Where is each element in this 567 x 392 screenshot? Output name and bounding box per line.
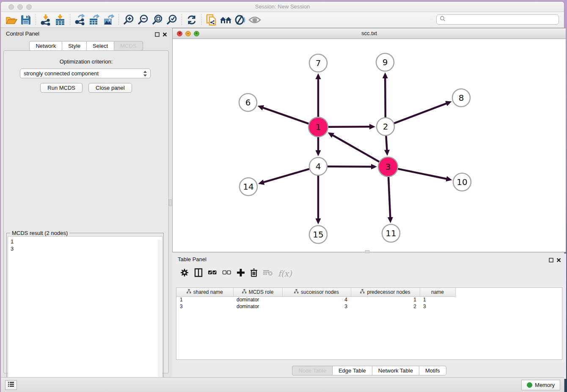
table-cell[interactable]: 3 xyxy=(420,303,455,310)
table-row[interactable]: 1dominator411 xyxy=(176,296,455,303)
graph-node-1[interactable]: 1 xyxy=(308,117,328,137)
graph-edge[interactable] xyxy=(262,108,308,124)
table-row[interactable]: 3dominator323 xyxy=(176,303,455,310)
graph-node-15[interactable]: 15 xyxy=(309,226,327,243)
table-cell[interactable]: dominator xyxy=(233,303,282,310)
clone-network-icon[interactable] xyxy=(204,14,219,26)
reset-view-icon[interactable] xyxy=(219,14,233,26)
show-details-eye-icon[interactable] xyxy=(248,14,262,26)
deselect-all-icon[interactable] xyxy=(222,270,231,277)
table-cell[interactable]: 4 xyxy=(282,296,351,303)
frame-resize-handle[interactable] xyxy=(365,250,369,253)
split-panel-icon[interactable] xyxy=(194,268,203,279)
graph-edge[interactable] xyxy=(263,169,309,182)
save-session-icon[interactable] xyxy=(19,14,33,26)
network-canvas[interactable]: 7968124314101511 xyxy=(173,39,566,252)
export-table-icon[interactable] xyxy=(87,14,102,26)
table-cell[interactable]: 1 xyxy=(176,296,233,303)
graph-node-14[interactable]: 14 xyxy=(239,178,257,196)
svg-text:7: 7 xyxy=(316,58,321,68)
mcds-panel: Optimization criterion: strongly connect… xyxy=(3,50,169,373)
optimization-criterion-label: Optimization criterion: xyxy=(4,58,168,65)
zoom-selected-icon[interactable] xyxy=(165,14,179,26)
add-column-icon[interactable] xyxy=(237,268,245,279)
table-cell[interactable]: 3 xyxy=(176,303,233,310)
graph-edge[interactable] xyxy=(328,166,372,167)
table-cell[interactable]: 3 xyxy=(282,303,351,310)
tab-select[interactable]: Select xyxy=(86,41,114,51)
export-image-icon[interactable] xyxy=(102,14,116,26)
tab-style[interactable]: Style xyxy=(62,41,86,51)
table-cell[interactable]: dominator xyxy=(233,296,282,303)
graph-node-6[interactable]: 6 xyxy=(239,94,257,111)
edge-arrowhead-icon xyxy=(316,73,321,79)
column-header-successor-nodes[interactable]: successor nodes xyxy=(282,288,351,296)
tab-node-table[interactable]: Node Table xyxy=(292,366,332,375)
criterion-dropdown[interactable]: strongly connected component xyxy=(20,69,151,78)
close-panel-icon[interactable] xyxy=(162,31,167,39)
close-panel-button[interactable]: Close panel xyxy=(88,83,132,93)
graph-node-9[interactable]: 9 xyxy=(376,53,394,71)
edge-arrowhead-icon xyxy=(388,217,393,223)
graph-edge[interactable] xyxy=(328,127,370,127)
graph-node-11[interactable]: 11 xyxy=(382,224,400,242)
delete-column-icon[interactable] xyxy=(250,268,258,279)
tab-motifs[interactable]: Motifs xyxy=(419,366,446,375)
tab-mcds[interactable]: MCDS xyxy=(114,41,143,51)
graph-edge[interactable] xyxy=(398,169,447,179)
column-header-shared-name[interactable]: shared name xyxy=(176,288,233,296)
open-file-icon[interactable] xyxy=(4,14,19,26)
float-panel-icon[interactable] xyxy=(155,31,160,39)
graph-node-2[interactable]: 2 xyxy=(377,118,394,135)
graph-node-4[interactable]: 4 xyxy=(309,157,327,175)
column-header-label: name xyxy=(431,289,444,295)
table-cell[interactable]: 1 xyxy=(420,296,455,303)
zoom-in-icon[interactable] xyxy=(121,14,136,26)
network-graph[interactable]: 7968124314101511 xyxy=(173,39,566,252)
column-header-label: predecessor nodes xyxy=(367,289,410,295)
graph-edge[interactable] xyxy=(388,177,390,218)
network-view-window: ✕ − + scc.txt 7968124314101511 xyxy=(172,28,566,252)
search-input[interactable] xyxy=(446,17,559,22)
tab-network[interactable]: Network xyxy=(29,41,62,51)
graph-edge[interactable] xyxy=(332,135,379,162)
table-cell[interactable]: 1 xyxy=(351,296,420,303)
gear-icon[interactable] xyxy=(180,268,189,279)
hide-style-icon[interactable] xyxy=(233,14,248,26)
import-table-icon[interactable] xyxy=(53,14,67,26)
zoom-fit-icon[interactable] xyxy=(150,14,165,26)
refresh-layout-icon[interactable] xyxy=(184,14,199,26)
main-toolbar xyxy=(1,12,564,28)
list-icon xyxy=(8,381,14,389)
close-panel-icon[interactable] xyxy=(556,257,561,264)
run-mcds-button[interactable]: Run MCDS xyxy=(40,83,83,93)
zoom-out-icon[interactable] xyxy=(136,14,150,26)
column-header-name[interactable]: name xyxy=(420,288,455,296)
graph-edge[interactable] xyxy=(394,103,447,123)
select-all-icon[interactable] xyxy=(208,270,217,277)
graph-node-3[interactable]: 3 xyxy=(378,157,398,177)
tab-edge-table[interactable]: Edge Table xyxy=(332,366,372,375)
tab-network-table[interactable]: Network Table xyxy=(372,366,419,375)
table-cell[interactable]: 2 xyxy=(351,303,420,310)
graph-node-7[interactable]: 7 xyxy=(309,54,327,72)
network-window-titlebar[interactable]: ✕ − + scc.txt xyxy=(173,28,566,39)
export-network-icon[interactable] xyxy=(73,14,87,26)
svg-text:10: 10 xyxy=(457,177,467,187)
graph-node-10[interactable]: 10 xyxy=(453,173,471,191)
graph-edge[interactable] xyxy=(385,77,385,117)
result-scrollbar[interactable] xyxy=(158,240,161,392)
column-header-predecessor-nodes[interactable]: predecessor nodes xyxy=(351,288,420,296)
task-history-button[interactable] xyxy=(5,380,17,390)
mcds-result-textarea[interactable]: 1 3 xyxy=(8,236,162,392)
float-panel-icon[interactable] xyxy=(549,257,553,264)
control-panel-title: Control Panel xyxy=(6,30,39,37)
graph-edge[interactable] xyxy=(386,136,387,151)
memory-button[interactable]: Memory xyxy=(521,380,560,390)
import-network-icon[interactable] xyxy=(39,14,53,26)
search-box[interactable] xyxy=(436,14,559,25)
column-header-MCDS-role[interactable]: MCDS role xyxy=(233,288,282,296)
graph-node-8[interactable]: 8 xyxy=(452,89,470,107)
svg-text:9: 9 xyxy=(383,57,388,67)
panel-splitter-handle[interactable] xyxy=(169,199,172,206)
